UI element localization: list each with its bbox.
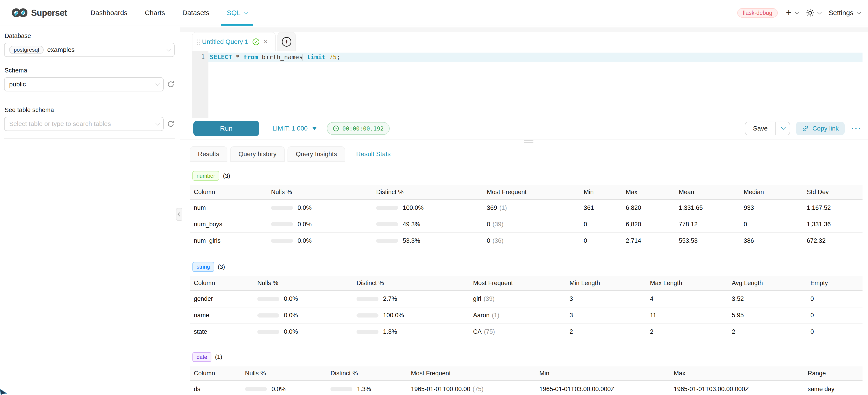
stat-value-cell: 2 — [650, 328, 732, 335]
sidebar-collapse-button[interactable] — [176, 208, 182, 221]
tab-result-stats[interactable]: Result Stats — [348, 146, 399, 162]
column-header: Column — [190, 279, 257, 287]
theme-toggle-button[interactable] — [806, 9, 820, 17]
limit-dropdown[interactable]: LIMIT: 1 000 — [272, 125, 317, 132]
superset-logo[interactable]: Superset — [12, 8, 67, 18]
new-query-tab-button[interactable]: + — [277, 32, 296, 51]
most-frequent-value: 0 — [487, 221, 490, 228]
schema-select[interactable]: public — [4, 77, 164, 91]
tab-query-history[interactable]: Query history — [230, 146, 285, 162]
stat-value-cell: same day — [808, 386, 862, 393]
database-select[interactable]: postgresql examples — [4, 43, 175, 57]
nav-datasets[interactable]: Datasets — [174, 0, 218, 26]
table-row: name0.0%100.0%Aaron(1)3115.950 — [190, 307, 863, 324]
stat-value-cell: 672.32 — [807, 237, 862, 244]
stat-value-cell: 553.53 — [679, 237, 744, 244]
most-frequent-count: (1) — [499, 204, 507, 211]
sql-token: 75 — [329, 54, 337, 61]
column-header: Median — [744, 189, 807, 196]
nav-charts[interactable]: Charts — [136, 0, 174, 26]
query-tab[interactable]: Untitled Query 1 ✕ — [192, 32, 276, 51]
new-item-button[interactable]: + — [786, 8, 798, 18]
most-frequent-count: (75) — [473, 386, 484, 393]
distinct-pct-cell: 1.3% — [356, 328, 473, 335]
editor-gutter — [192, 51, 209, 118]
distinct-pct-cell: 53.3% — [376, 237, 487, 244]
environment-badge: flask-debug — [737, 8, 778, 18]
pane-resize-handle[interactable] — [524, 140, 533, 144]
column-header: Max — [674, 370, 808, 377]
save-button[interactable]: Save — [745, 122, 775, 135]
sql-token — [303, 54, 307, 61]
chevron-down-icon — [857, 10, 861, 14]
nulls-pct-cell: 0.0% — [257, 295, 356, 302]
column-header: Column — [190, 370, 245, 377]
column-name-cell: ds — [190, 386, 245, 393]
type-tag-string: string — [192, 262, 214, 272]
table-header-row: ColumnNulls %Distinct %Most FrequentMin … — [190, 276, 863, 291]
table-row: state0.0%1.3%CA(75)2220 — [190, 324, 863, 340]
tab-query-insights[interactable]: Query Insights — [287, 146, 345, 162]
nulls-bar — [257, 313, 279, 317]
stat-value-cell: 1965-01-01T03:00:00.000Z — [674, 386, 808, 393]
sidebar-divider — [4, 99, 175, 99]
nulls-pct-label: 0.0% — [284, 328, 298, 335]
distinct-pct-cell: 1.3% — [331, 386, 411, 393]
sql-code-editor[interactable]: 1 SELECT * from birth_names limit 75; — [192, 51, 863, 118]
type-count: (3) — [218, 263, 225, 270]
stat-value-cell: 0 — [810, 295, 862, 302]
most-frequent-value: Aaron — [473, 312, 490, 319]
database-engine-tag: postgresql — [9, 46, 44, 54]
run-button[interactable]: Run — [193, 121, 259, 136]
chevron-down-icon — [817, 10, 822, 14]
most-frequent-value: 369 — [487, 204, 497, 211]
sql-token — [326, 54, 329, 61]
distinct-bar — [356, 297, 378, 301]
type-count: (3) — [223, 172, 230, 179]
column-header: Max — [626, 189, 679, 196]
nav-dashboards[interactable]: Dashboards — [82, 0, 136, 26]
nulls-pct-label: 0.0% — [272, 386, 286, 393]
settings-menu[interactable]: Settings — [829, 9, 860, 17]
copy-link-button[interactable]: Copy link — [796, 122, 845, 135]
editor-toolbar: Run LIMIT: 1 000 00:00:00.192 Save — [180, 118, 868, 140]
stat-value-cell: 6,820 — [626, 204, 679, 211]
column-header: Distinct % — [356, 279, 473, 287]
column-header: Nulls % — [245, 370, 331, 377]
stat-value-cell: 361 — [584, 204, 626, 211]
sql-token: from — [243, 54, 258, 61]
most-frequent-cell: CA(75) — [473, 328, 569, 335]
refresh-schemas-icon[interactable] — [167, 81, 175, 88]
refresh-tables-icon[interactable] — [167, 120, 175, 128]
save-split-button: Save — [745, 122, 790, 135]
tab-results[interactable]: Results — [190, 146, 227, 162]
stat-value-cell: 2 — [732, 328, 810, 335]
stat-value-cell: 0 — [810, 328, 862, 335]
distinct-bar — [331, 387, 352, 391]
save-options-button[interactable] — [775, 122, 789, 135]
distinct-pct-label: 100.0% — [383, 312, 404, 319]
distinct-pct-label: 1.3% — [383, 328, 397, 335]
nulls-pct-label: 0.0% — [298, 237, 312, 244]
stat-value-cell: 0 — [584, 221, 626, 228]
most-frequent-value: 1965-01-01T00:00:00 — [411, 386, 470, 393]
stat-value-cell: 2 — [569, 328, 650, 335]
close-tab-icon[interactable]: ✕ — [263, 39, 268, 45]
brand-name: Superset — [31, 8, 67, 18]
nulls-pct-cell: 0.0% — [271, 204, 376, 211]
distinct-pct-cell: 2.7% — [356, 295, 473, 302]
drag-handle-icon[interactable] — [197, 39, 198, 40]
mouse-cursor — [0, 389, 7, 395]
type-tag-number: number — [192, 171, 219, 181]
column-name-cell: num — [190, 204, 271, 211]
stats-section-number: number(3)ColumnNulls %Distinct %Most Fre… — [190, 171, 863, 249]
more-actions-button[interactable]: ··· — [850, 124, 863, 133]
table-row: num0.0%100.0%369(1)3616,8201,331.659331,… — [190, 200, 863, 216]
table-select[interactable]: Select table or type to search tables — [4, 117, 164, 131]
table-select-placeholder: Select table or type to search tables — [9, 120, 111, 127]
nav-sql[interactable]: SQL — [218, 0, 255, 26]
column-header: Std Dev — [807, 189, 862, 196]
column-header: Most Frequent — [487, 189, 584, 196]
database-value: examples — [47, 46, 75, 54]
nulls-pct-label: 0.0% — [284, 312, 298, 319]
